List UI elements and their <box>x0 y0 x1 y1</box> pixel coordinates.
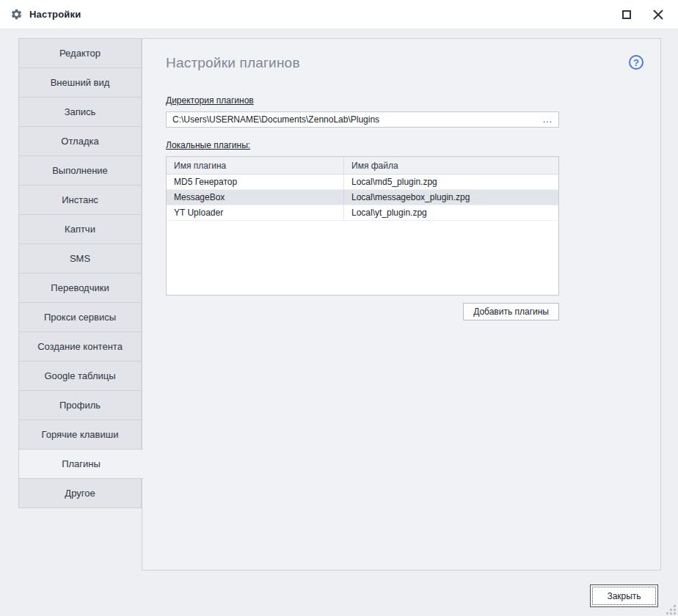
sidebar-item-recording[interactable]: Запись <box>18 97 142 127</box>
plugin-name-cell: YT Uploader <box>167 205 344 220</box>
gear-icon <box>10 8 23 21</box>
directory-label: Директория плагинов <box>166 95 254 106</box>
settings-tab-list: Редактор Внешний вид Запись Отладка Выпо… <box>18 38 142 508</box>
sidebar-item-editor[interactable]: Редактор <box>18 38 142 68</box>
sidebar-item-instance[interactable]: Инстанс <box>18 185 142 215</box>
sidebar-item-proxy-services[interactable]: Прокси сервисы <box>18 302 142 332</box>
sidebar-item-debugging[interactable]: Отладка <box>18 126 142 156</box>
plugin-name-cell: MessageBox <box>167 190 344 205</box>
add-plugins-button[interactable]: Добавить плагины <box>463 303 559 320</box>
title-bar: Настройки <box>0 0 678 29</box>
sidebar-item-sms[interactable]: SMS <box>18 243 142 274</box>
sidebar-item-captcha[interactable]: Каптчи <box>18 214 142 244</box>
plugins-directory-value: C:\Users\USERNAME\Documents\ZennoLab\Plu… <box>172 114 537 125</box>
table-row[interactable]: MD5 Генератор Local\md5_plugin.zpg <box>167 175 558 190</box>
window-title: Настройки <box>29 9 81 20</box>
plugins-settings-panel: Настройки плагинов ? Директория плагинов… <box>142 38 661 571</box>
maximize-icon[interactable] <box>622 10 631 19</box>
sidebar-item-hotkeys[interactable]: Горячие клавиши <box>18 419 142 450</box>
local-plugins-table: Имя плагина Имя файла MD5 Генератор Loca… <box>166 156 559 296</box>
sidebar-item-google-sheets[interactable]: Google таблицы <box>18 361 142 391</box>
sidebar-item-execution[interactable]: Выполнение <box>18 155 142 186</box>
plugins-directory-input[interactable]: C:\Users\USERNAME\Documents\ZennoLab\Plu… <box>166 111 559 128</box>
column-header-plugin-name[interactable]: Имя плагина <box>167 157 344 174</box>
resize-grip-icon[interactable] <box>666 604 676 615</box>
sidebar-item-profile[interactable]: Профиль <box>18 390 142 420</box>
plugin-file-cell: Local\md5_plugin.zpg <box>344 175 558 189</box>
table-row[interactable]: YT Uploader Local\yt_plugin.zpg <box>167 205 558 221</box>
sidebar-item-appearance[interactable]: Внешний вид <box>18 67 142 98</box>
plugin-name-cell: MD5 Генератор <box>167 175 344 189</box>
close-icon[interactable] <box>653 10 663 20</box>
column-header-file-name[interactable]: Имя файла <box>344 157 558 174</box>
table-header: Имя плагина Имя файла <box>167 157 558 175</box>
sidebar-item-other[interactable]: Другое <box>18 478 142 508</box>
window-body: Редактор Внешний вид Запись Отладка Выпо… <box>0 29 678 616</box>
close-button[interactable]: Закрыть <box>590 584 658 607</box>
plugin-file-cell: Local\messagebox_plugin.zpg <box>344 190 558 205</box>
sidebar-item-translators[interactable]: Переводчики <box>18 273 142 303</box>
table-row[interactable]: MessageBox Local\messagebox_plugin.zpg <box>167 190 558 205</box>
help-icon[interactable]: ? <box>629 55 644 70</box>
page-title: Настройки плагинов <box>166 55 660 71</box>
browse-button[interactable]: ... <box>537 114 553 125</box>
local-plugins-label: Локальные плагины: <box>166 140 250 150</box>
plugin-file-cell: Local\yt_plugin.zpg <box>344 205 558 220</box>
sidebar-item-content-creation[interactable]: Создание контента <box>18 331 142 362</box>
sidebar-item-plugins[interactable]: Плагины <box>18 449 143 479</box>
